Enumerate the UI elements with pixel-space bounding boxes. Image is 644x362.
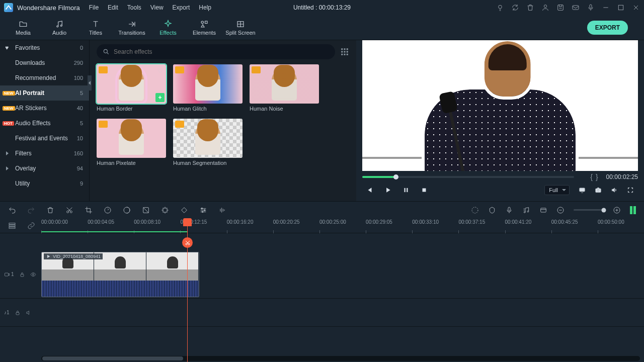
- sidebar-item-audio-effects[interactable]: HOTAudio Effects5: [0, 116, 89, 131]
- adjust-icon[interactable]: [199, 206, 207, 214]
- audio-sync-icon[interactable]: [218, 206, 226, 214]
- audio-track-header[interactable]: ♪1: [0, 299, 41, 326]
- playhead[interactable]: [187, 218, 188, 362]
- clip-label: VID_20210418_080941: [44, 253, 103, 259]
- refresh-icon[interactable]: [511, 4, 519, 12]
- speed-icon[interactable]: [104, 206, 112, 214]
- sidebar-collapse-handle[interactable]: [88, 75, 92, 90]
- zoom-slider[interactable]: [574, 209, 604, 211]
- playhead-scissors-icon[interactable]: [182, 237, 193, 248]
- prev-frame-icon[interactable]: [366, 187, 373, 194]
- tab-transitions[interactable]: Transitions: [114, 15, 150, 40]
- delete-icon[interactable]: [46, 206, 54, 214]
- sidebar-item-overlay[interactable]: Overlay94: [0, 161, 89, 176]
- menu-tools[interactable]: Tools: [127, 4, 141, 11]
- favorite-icon[interactable]: ♡: [157, 67, 163, 74]
- zoom-in-icon[interactable]: [613, 206, 621, 214]
- sidebar-item-ai-portrait[interactable]: NEWAI Portrait5: [0, 85, 89, 101]
- crop-icon[interactable]: [85, 206, 93, 214]
- mark-out-button[interactable]: }: [596, 173, 598, 181]
- link-icon[interactable]: [27, 222, 35, 230]
- timeline-scrollbar[interactable]: [41, 356, 640, 361]
- maximize-icon[interactable]: [617, 4, 625, 12]
- menu-view[interactable]: View: [150, 4, 164, 11]
- sidebar-item-festival[interactable]: Festival and Events10: [0, 131, 89, 146]
- tab-elements[interactable]: Elements: [186, 15, 222, 40]
- menu-file[interactable]: File: [89, 4, 99, 11]
- voiceover-icon[interactable]: [505, 206, 513, 214]
- motion-tracking-icon[interactable]: [161, 206, 169, 214]
- play-icon[interactable]: [384, 187, 391, 194]
- tab-audio[interactable]: Audio: [41, 15, 77, 40]
- green-screen-icon[interactable]: [142, 206, 150, 214]
- minimize-icon[interactable]: [602, 4, 610, 12]
- marker-icon[interactable]: [488, 206, 496, 214]
- trash-icon[interactable]: [526, 4, 534, 12]
- sidebar-item-ar-stickers[interactable]: NEWAR Stickers40: [0, 101, 89, 116]
- svg-rect-51: [16, 312, 19, 315]
- snapshot-icon[interactable]: [595, 187, 602, 194]
- effect-human-glitch[interactable]: Human Glitch: [173, 64, 243, 112]
- display-icon[interactable]: [579, 187, 586, 194]
- menu-help[interactable]: Help: [199, 4, 211, 11]
- menu-edit[interactable]: Edit: [108, 4, 118, 11]
- idea-icon[interactable]: [496, 4, 504, 12]
- marker-split-icon[interactable]: [576, 173, 584, 181]
- sidebar-item-favorites[interactable]: ♥Favorites0: [0, 40, 89, 55]
- track-manage-icon[interactable]: [8, 222, 16, 230]
- preview-viewport[interactable]: [362, 40, 638, 171]
- mark-in-button[interactable]: {: [590, 173, 593, 181]
- lock-icon[interactable]: [15, 310, 21, 316]
- volume-icon[interactable]: [611, 187, 618, 194]
- search-input[interactable]: [114, 48, 329, 55]
- stop-icon[interactable]: [421, 187, 428, 194]
- fullscreen-icon[interactable]: [627, 187, 634, 194]
- effect-human-pixelate[interactable]: Human Pixelate: [97, 119, 166, 166]
- sidebar-item-recommended[interactable]: Recommended100: [0, 70, 89, 85]
- lock-icon[interactable]: [19, 272, 25, 278]
- scrollbar-thumb[interactable]: [42, 356, 183, 360]
- progress-bar[interactable]: [362, 176, 574, 178]
- redo-icon[interactable]: [27, 206, 35, 214]
- undo-icon[interactable]: [8, 206, 16, 214]
- audio-mixer-icon[interactable]: [522, 206, 530, 214]
- sidebar-item-filters[interactable]: Filters160: [0, 146, 89, 161]
- render-icon[interactable]: [471, 206, 479, 214]
- zoom-knob[interactable]: [602, 208, 606, 212]
- settings-icon[interactable]: [539, 206, 547, 214]
- tab-effects[interactable]: Effects: [150, 15, 186, 40]
- playhead-handle[interactable]: [183, 218, 192, 226]
- timeline: 00:00:00:00 00:00:04:05 00:00:08:10 00:0…: [0, 218, 644, 362]
- visibility-icon[interactable]: [30, 272, 36, 278]
- video-clip[interactable]: VID_20210418_080941: [41, 252, 199, 297]
- mail-icon[interactable]: [572, 4, 580, 12]
- effect-human-noise[interactable]: Human Noise: [250, 64, 319, 112]
- tab-split-screen[interactable]: Split Screen: [222, 15, 259, 40]
- video-track-header[interactable]: 1: [0, 250, 41, 298]
- sidebar-item-downloads[interactable]: Downloads290: [0, 55, 89, 70]
- effect-human-border[interactable]: ♡+ Human Border: [97, 64, 166, 112]
- export-button[interactable]: EXPORT: [587, 21, 628, 35]
- save-icon[interactable]: [556, 4, 565, 12]
- caret-right-icon: [6, 151, 9, 155]
- tab-media[interactable]: Media: [5, 15, 41, 40]
- voice-icon[interactable]: [587, 4, 595, 12]
- account-icon[interactable]: [541, 4, 549, 12]
- tab-titles[interactable]: Titles: [77, 15, 114, 40]
- mute-icon[interactable]: [26, 310, 32, 316]
- effect-human-segmentation[interactable]: Human Segmentation: [173, 119, 243, 166]
- progress-knob[interactable]: [393, 174, 398, 179]
- menu-export[interactable]: Export: [173, 4, 190, 11]
- pause-icon[interactable]: [403, 187, 410, 194]
- zoom-fit-icon[interactable]: [630, 206, 636, 214]
- sidebar-item-utility[interactable]: Utility9: [0, 176, 89, 191]
- keyframe-icon[interactable]: [180, 206, 188, 214]
- color-icon[interactable]: [123, 206, 131, 214]
- grid-view-icon[interactable]: [340, 47, 349, 56]
- close-icon[interactable]: [632, 4, 640, 12]
- search-box[interactable]: [97, 44, 335, 59]
- resolution-dropdown[interactable]: Full: [544, 185, 570, 195]
- cut-icon[interactable]: [65, 206, 73, 214]
- add-button[interactable]: +: [155, 93, 165, 102]
- zoom-out-icon[interactable]: [556, 206, 565, 214]
